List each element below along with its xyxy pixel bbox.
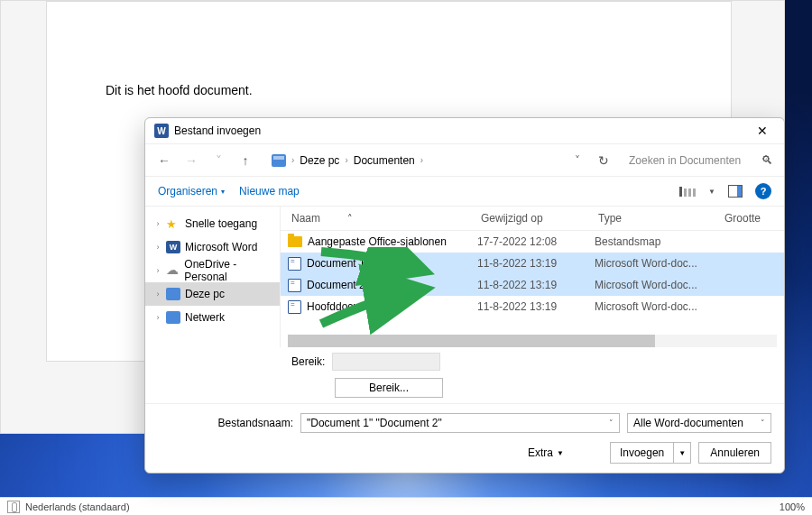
document-icon [288, 257, 301, 271]
file-name: Document 1 [307, 257, 365, 270]
network-icon [166, 311, 180, 324]
nav-forward-icon[interactable]: → [183, 153, 199, 168]
chevron-down-icon[interactable]: ▼ [674, 443, 690, 463]
cloud-icon: ☁ [166, 264, 180, 277]
insert-button[interactable]: Invoegen ▼ [610, 442, 691, 464]
file-type: Microsoft Word-doc... [595, 300, 721, 313]
range-input[interactable] [332, 353, 440, 371]
document-icon [288, 279, 301, 292]
search-placeholder: Zoeken in Documenten [629, 154, 741, 167]
close-icon[interactable]: ✕ [750, 122, 775, 140]
file-modified: 17-7-2022 12:08 [477, 235, 595, 248]
filetype-select[interactable]: Alle Word-documenten ˅ [627, 413, 771, 433]
dialog-nav-bar: ← → ˅ ↑ › Deze pc › Documenten › ˅ ↻ Zoe… [145, 143, 784, 176]
col-size[interactable]: Grootte [721, 210, 770, 226]
file-type: Microsoft Word-doc... [595, 279, 721, 291]
breadcrumb[interactable]: › Deze pc › Documenten › [272, 154, 564, 167]
nav-up-icon[interactable]: ↑ [237, 153, 254, 168]
new-folder-button[interactable]: Nieuwe map [239, 185, 300, 198]
word-status-bar: Nederlands (standaard) 100% [0, 497, 812, 515]
chevron-right-icon: › [291, 155, 294, 165]
organize-button[interactable]: Organiseren [158, 185, 225, 198]
tree-quick-access[interactable]: ›★Snelle toegang [145, 212, 280, 235]
range-button[interactable]: Bereik... [335, 378, 443, 398]
col-type[interactable]: Type [595, 210, 721, 226]
status-zoom[interactable]: 100% [780, 501, 805, 512]
file-row[interactable]: Document 111-8-2022 13:19Microsoft Word-… [281, 253, 784, 274]
file-modified: 11-8-2022 13:19 [477, 279, 595, 291]
search-icon: 🔍︎ [761, 153, 773, 167]
horizontal-scrollbar[interactable] [288, 335, 777, 347]
file-list: Naam Gewijzigd op Type Grootte Aangepast… [281, 207, 784, 347]
dialog-footer: Bestandsnaam: "Document 1" "Document 2" … [145, 403, 784, 473]
dialog-title: Bestand invoegen [174, 124, 261, 137]
file-row[interactable]: Document 211-8-2022 13:19Microsoft Word-… [281, 274, 784, 296]
chevron-down-icon[interactable]: ˅ [761, 418, 765, 428]
refresh-icon[interactable]: ↻ [598, 153, 609, 168]
pc-icon [166, 288, 180, 300]
word-icon: W [166, 241, 180, 253]
cancel-button[interactable]: Annuleren [698, 442, 771, 464]
breadcrumb-dropdown-icon[interactable]: ˅ [575, 154, 580, 167]
file-type: Microsoft Word-doc... [595, 257, 721, 270]
file-name: Hoofddocument [307, 300, 383, 313]
file-name: Aangepaste Office-sjablonen [308, 235, 447, 248]
star-icon: ★ [166, 217, 180, 230]
document-icon [288, 300, 301, 314]
dialog-toolbar: Organiseren Nieuwe map ▼ ? [145, 176, 784, 207]
nav-recent-icon[interactable]: ˅ [210, 153, 226, 168]
tree-this-pc[interactable]: ›Deze pc [145, 282, 280, 306]
thispc-icon [272, 154, 286, 167]
col-name[interactable]: Naam [288, 210, 477, 226]
range-row: Bereik: [281, 347, 784, 376]
file-modified: 11-8-2022 13:19 [477, 300, 595, 313]
chevron-right-icon: › [420, 155, 423, 165]
tree-network[interactable]: ›Netwerk [145, 306, 280, 329]
language-icon [7, 501, 20, 513]
tree-microsoft-word[interactable]: ›WMicrosoft Word [145, 235, 280, 259]
breadcrumb-folder[interactable]: Documenten [354, 154, 415, 167]
file-modified: 11-8-2022 13:19 [477, 257, 595, 270]
dialog-titlebar: W Bestand invoegen ✕ [145, 118, 784, 143]
navigation-tree: ›★Snelle toegang ›WMicrosoft Word ›☁OneD… [145, 207, 281, 347]
chevron-right-icon: › [345, 155, 347, 165]
preview-pane-button[interactable] [728, 185, 743, 198]
view-mode-button[interactable] [679, 187, 696, 197]
extra-button[interactable]: Extra [528, 446, 564, 459]
folder-icon [288, 236, 302, 247]
insert-file-dialog: W Bestand invoegen ✕ ← → ˅ ↑ › Deze pc ›… [144, 117, 785, 474]
range-label: Bereik: [291, 355, 325, 368]
col-modified[interactable]: Gewijzigd op [477, 210, 595, 226]
filename-label: Bestandsnaam: [158, 417, 293, 429]
help-icon[interactable]: ? [755, 183, 771, 199]
status-language[interactable]: Nederlands (standaard) [25, 501, 130, 512]
search-input[interactable]: Zoeken in Documenten 🔍︎ [629, 153, 773, 167]
filename-input[interactable]: "Document 1" "Document 2" ˅ [300, 413, 620, 433]
chevron-down-icon[interactable]: ˅ [609, 418, 614, 428]
document-body-text: Dit is het hoofd document. [106, 83, 672, 97]
file-type: Bestandsmap [595, 235, 721, 248]
file-row[interactable]: Aangepaste Office-sjablonen17-7-2022 12:… [281, 231, 784, 253]
nav-back-icon[interactable]: ← [156, 153, 172, 168]
file-list-header[interactable]: Naam Gewijzigd op Type Grootte [281, 207, 784, 231]
breadcrumb-root[interactable]: Deze pc [300, 154, 339, 167]
file-row[interactable]: Hoofddocument11-8-2022 13:19Microsoft Wo… [281, 296, 784, 317]
tree-onedrive[interactable]: ›☁OneDrive - Personal [145, 259, 280, 282]
file-name: Document 2 [307, 279, 365, 291]
word-icon: W [154, 124, 169, 138]
